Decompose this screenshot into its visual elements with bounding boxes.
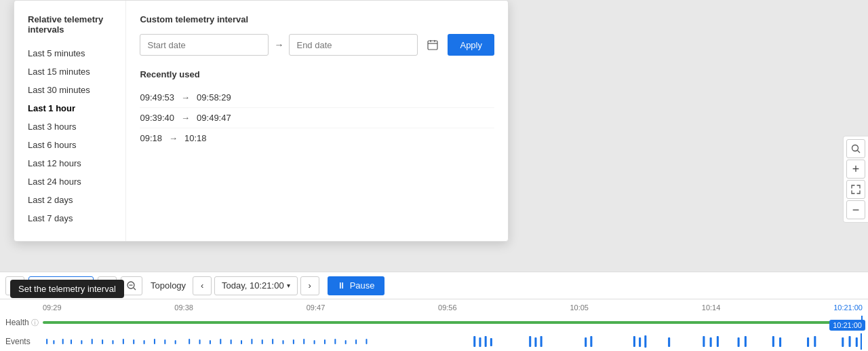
recent-item[interactable]: 09:49:53 → 09:58:29	[140, 88, 494, 108]
info-icon[interactable]: ⓘ	[31, 318, 39, 328]
svg-rect-12	[92, 339, 93, 344]
timeline-area: 09:2909:3809:4709:5610:0510:1410:21:00 H…	[0, 299, 868, 351]
recently-used-title: Recently used	[140, 69, 494, 79]
end-date-input[interactable]	[289, 34, 418, 56]
svg-rect-63	[856, 337, 858, 347]
svg-rect-20	[175, 340, 176, 344]
zoom-in-button[interactable]: +	[846, 160, 865, 179]
svg-rect-26	[241, 340, 242, 344]
bottom-bar: ‹ Last 1 hour ▾ › Topology ‹ Today, 10:2…	[0, 272, 868, 351]
svg-rect-47	[590, 336, 592, 347]
svg-rect-59	[807, 337, 809, 347]
relative-item[interactable]: Last 3 hours	[28, 117, 112, 136]
svg-rect-44	[534, 337, 536, 347]
calendar-icon[interactable]	[423, 35, 442, 54]
pause-button[interactable]: ⏸ Pause	[328, 276, 384, 295]
health-label: Health ⓘ	[5, 318, 43, 328]
date-next-button[interactable]: ›	[300, 276, 319, 295]
svg-rect-14	[112, 340, 113, 344]
svg-point-65	[852, 145, 859, 151]
svg-rect-53	[710, 337, 712, 347]
date-arrow: →	[274, 39, 283, 50]
events-row: Events	[0, 332, 868, 351]
relative-item[interactable]: Last 24 hours	[28, 172, 112, 191]
svg-rect-31	[293, 339, 294, 344]
time-tick: 10:21:00	[833, 303, 863, 312]
svg-rect-23	[210, 340, 211, 344]
svg-rect-60	[814, 336, 816, 347]
svg-rect-52	[703, 336, 705, 347]
current-time-label: 10:21:00	[829, 320, 865, 331]
svg-rect-43	[529, 336, 531, 347]
svg-rect-30	[282, 340, 283, 344]
svg-rect-39	[473, 336, 475, 347]
start-date-input[interactable]	[140, 34, 269, 56]
time-tick: 09:38	[174, 303, 193, 312]
time-tick: 09:29	[43, 303, 62, 312]
svg-rect-42	[490, 338, 492, 346]
zoom-out-button[interactable]	[121, 276, 142, 295]
health-row: Health ⓘ	[0, 313, 868, 332]
apply-button[interactable]: Apply	[448, 34, 494, 56]
svg-rect-48	[633, 336, 635, 347]
recent-start: 09:39:40	[140, 113, 174, 123]
svg-line-66	[858, 151, 861, 153]
svg-rect-13	[102, 339, 103, 344]
events-svg	[43, 333, 863, 350]
relative-item[interactable]: Last 15 minutes	[28, 62, 112, 81]
recent-item[interactable]: 09:39:40 → 09:49:47	[140, 108, 494, 128]
time-tick: 09:47	[307, 303, 326, 312]
pause-icon: ⏸	[337, 280, 346, 291]
svg-rect-15	[123, 339, 124, 344]
custom-panel: Custom telemetry interval → Apply Recent…	[126, 1, 508, 241]
svg-rect-33	[314, 340, 315, 344]
recent-arrow-icon: →	[169, 133, 178, 143]
date-label: Today, 10:21:00	[222, 280, 284, 291]
svg-rect-41	[485, 336, 487, 347]
recent-item[interactable]: 09:18 → 10:18	[140, 128, 494, 148]
svg-rect-61	[842, 337, 844, 347]
date-chevron-icon: ▾	[287, 282, 290, 289]
svg-rect-36	[345, 340, 347, 344]
topology-label: Topology	[151, 280, 186, 291]
svg-rect-29	[272, 339, 273, 344]
relative-item[interactable]: Last 12 hours	[28, 154, 112, 172]
custom-title: Custom telemetry interval	[140, 14, 494, 24]
zoom-out-map-button[interactable]: −	[846, 200, 865, 219]
time-axis: 09:2909:3809:4709:5610:0510:1410:21:00	[0, 302, 868, 313]
svg-rect-32	[303, 339, 304, 344]
svg-rect-19	[164, 339, 165, 344]
fit-button[interactable]	[846, 180, 865, 199]
telemetry-dropdown: Relative telemetry intervals Last 5 minu…	[14, 0, 509, 242]
svg-line-5	[134, 288, 136, 290]
toolbar: ‹ Last 1 hour ▾ › Topology ‹ Today, 10:2…	[0, 272, 868, 299]
events-track[interactable]: 10:21:00	[43, 333, 863, 350]
search-button[interactable]	[846, 139, 865, 158]
relative-item[interactable]: Last 7 days	[28, 209, 112, 227]
relative-item[interactable]: Last 1 hour	[28, 99, 112, 117]
svg-rect-35	[334, 339, 336, 344]
date-prev-button[interactable]: ‹	[193, 276, 212, 295]
svg-rect-45	[540, 336, 542, 347]
svg-rect-28	[262, 339, 263, 344]
relative-item[interactable]: Last 5 minutes	[28, 44, 112, 62]
svg-rect-25	[231, 339, 232, 344]
relative-item[interactable]: Last 2 days	[28, 191, 112, 209]
svg-rect-37	[355, 339, 357, 344]
svg-rect-8	[53, 340, 54, 344]
svg-rect-34	[324, 339, 326, 344]
svg-rect-57	[772, 336, 774, 347]
svg-rect-40	[479, 337, 481, 347]
svg-rect-54	[717, 336, 719, 347]
right-controls: + −	[843, 136, 868, 223]
svg-rect-55	[738, 337, 740, 347]
svg-rect-38	[366, 339, 367, 344]
relative-item[interactable]: Last 30 minutes	[28, 81, 112, 99]
svg-rect-18	[154, 339, 155, 344]
svg-rect-56	[745, 336, 747, 347]
health-bar	[43, 321, 863, 324]
svg-rect-9	[62, 339, 64, 344]
date-selector-button[interactable]: Today, 10:21:00 ▾	[214, 276, 298, 295]
svg-rect-46	[585, 337, 587, 347]
relative-item[interactable]: Last 6 hours	[28, 136, 112, 154]
